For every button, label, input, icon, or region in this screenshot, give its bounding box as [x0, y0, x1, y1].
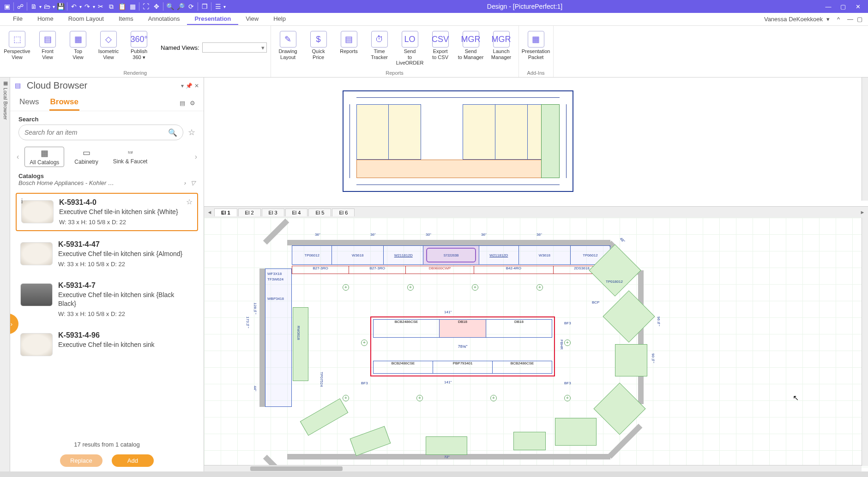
replace-button[interactable]: Replace	[60, 454, 102, 467]
add-marker-icon[interactable]: +	[564, 340, 571, 346]
scrollbar-horizontal[interactable]	[204, 465, 862, 471]
menu-item-view[interactable]: View	[238, 13, 266, 25]
tab-next-icon[interactable]: ►	[859, 209, 866, 215]
ribbon-icon: MGR	[463, 31, 479, 48]
ribbon-presentation-packet[interactable]: ▦PresentationPacket	[523, 29, 549, 66]
panel-dropdown-icon[interactable]: ▾	[181, 83, 184, 89]
add-marker-icon[interactable]: +	[472, 284, 478, 291]
ribbon-time-tracker[interactable]: ⏱TimeTracker	[366, 29, 393, 66]
search-icon[interactable]: 🔍	[168, 128, 177, 137]
ribbon-send-to-liveorder[interactable]: LOSendto LiveORDER	[397, 29, 423, 66]
add-marker-icon[interactable]: +	[490, 395, 497, 401]
add-marker-icon[interactable]: +	[564, 395, 571, 401]
settings-gear-icon[interactable]: ⚙	[190, 100, 195, 107]
ribbon-export-to-csv[interactable]: CSVExportto CSV	[427, 29, 454, 66]
extents-icon[interactable]: ⛶	[141, 1, 151, 12]
menu-item-help[interactable]: Help	[266, 13, 293, 25]
ribbon-quick-price[interactable]: $QuickPrice	[305, 29, 332, 66]
floorplan-viewport[interactable]: TP06012 W3618 W211812D S722263B W211812D…	[204, 218, 868, 471]
maximize-button[interactable]: ▢	[837, 2, 850, 11]
category-all-catalogs[interactable]: ▦All Catalogs	[24, 147, 64, 167]
named-views-dropdown[interactable]: ▾	[202, 42, 267, 53]
product-card[interactable]: K-5931-4-7Executive Chef tile-in kitchen…	[16, 277, 198, 322]
scrollbar-vertical[interactable]	[862, 218, 868, 466]
cloud-tab-browse[interactable]: Browse	[49, 95, 79, 111]
local-browser-tab[interactable]: ▦ Local Browser	[0, 78, 10, 471]
menu-item-presentation[interactable]: Presentation	[187, 13, 238, 25]
add-marker-icon[interactable]: +	[407, 284, 414, 291]
refresh-icon[interactable]: ⟳	[186, 1, 196, 12]
tab-prev-icon[interactable]: ◄	[206, 209, 213, 215]
filter-icon[interactable]: ▽	[191, 179, 195, 186]
list-view-icon[interactable]: ▤	[180, 100, 185, 107]
elevation-tab[interactable]: El 1	[214, 209, 237, 216]
zoom-out-icon[interactable]: 🔍	[165, 1, 175, 12]
ribbon-publish-360-[interactable]: 360°Publish360 ▾	[126, 29, 152, 66]
user-dropdown-icon[interactable]: ▾	[826, 16, 830, 23]
mdi-restore-icon[interactable]: ▢	[857, 16, 862, 23]
category-cabinetry[interactable]: ▭Cabinetry	[70, 147, 102, 167]
menu-item-home[interactable]: Home	[30, 13, 61, 25]
paste-icon[interactable]: 📋	[117, 1, 127, 12]
elevation-tab[interactable]: El 3	[262, 209, 284, 216]
menu-item-items[interactable]: Items	[111, 13, 141, 25]
menu-item-file[interactable]: File	[6, 13, 30, 25]
save-icon[interactable]: 💾	[55, 1, 66, 12]
elevation-tab[interactable]: El 5	[308, 209, 331, 216]
layers-icon[interactable]: ☰	[213, 1, 223, 12]
zoom-in-icon[interactable]: 🔎	[175, 1, 186, 12]
category-prev-icon[interactable]: ‹	[17, 153, 19, 161]
ribbon-send-to-manager[interactable]: MGRSendto Manager	[458, 29, 484, 66]
panel-close-icon[interactable]: ✕	[194, 83, 199, 89]
elevation-tab[interactable]: El 4	[285, 209, 308, 216]
ribbon-collapse-icon[interactable]: ^	[837, 16, 840, 23]
elevation-viewport[interactable]	[204, 78, 868, 207]
select-icon[interactable]: ▦	[127, 1, 138, 12]
add-button[interactable]: Add	[112, 454, 154, 467]
box-icon[interactable]: ❒	[199, 1, 210, 12]
search-input[interactable]	[24, 129, 168, 136]
pan-icon[interactable]: ✥	[151, 1, 162, 12]
pin-icon[interactable]: 📌	[186, 83, 193, 89]
scrollbar-vertical[interactable]	[862, 78, 868, 201]
catalogs-more-icon[interactable]: ›	[184, 179, 186, 186]
ribbon-launch-manager[interactable]: MGRLaunchManager	[488, 29, 515, 66]
minimize-button[interactable]: ―	[822, 2, 835, 11]
menu-item-annotations[interactable]: Annotations	[141, 13, 187, 25]
category-next-icon[interactable]: ›	[195, 153, 197, 161]
copy-icon[interactable]: ⧉	[106, 1, 116, 12]
open-icon[interactable]: 🗁	[42, 1, 52, 12]
user-name[interactable]: Vanessa DeKoekkoek	[764, 16, 823, 23]
elevation-tab[interactable]: El 2	[238, 209, 261, 216]
category-sink-faucet[interactable]: ⎃Sink & Faucet	[108, 147, 152, 167]
ribbon-front-view[interactable]: ▤FrontView	[34, 29, 61, 66]
ribbon-isometric-view[interactable]: ◇IsometricView	[95, 29, 122, 66]
people-icon[interactable]: ☍	[15, 1, 25, 12]
product-card[interactable]: i☆K-5931-4-0Executive Chef tile-in kitch…	[16, 193, 198, 231]
close-button[interactable]: ✕	[851, 2, 864, 11]
add-marker-icon[interactable]: +	[343, 284, 349, 291]
product-card[interactable]: K-5931-4-96Executive Chef tile-in kitche…	[16, 327, 198, 361]
app-icon[interactable]: ▣	[2, 1, 12, 12]
new-icon[interactable]: 🗎	[29, 1, 39, 12]
redo-icon[interactable]: ↷	[82, 1, 92, 12]
favorite-star-icon[interactable]: ☆	[186, 197, 193, 206]
mdi-minimize-icon[interactable]: ―	[847, 16, 853, 23]
undo-icon[interactable]: ↶	[69, 1, 79, 12]
ribbon-reports[interactable]: ▤Reports	[336, 29, 362, 66]
favorites-star-icon[interactable]: ☆	[188, 127, 195, 137]
cloud-tab-news[interactable]: News	[18, 95, 40, 111]
add-marker-icon[interactable]: +	[536, 284, 543, 291]
add-marker-icon[interactable]: +	[361, 340, 368, 346]
dim-label: 78⅛"	[458, 344, 468, 349]
menu-item-room-layout[interactable]: Room Layout	[61, 13, 111, 25]
cut-icon[interactable]: ✂	[96, 1, 106, 12]
info-icon[interactable]: i	[21, 197, 23, 205]
ribbon-perspective-view[interactable]: ⬚PerspectiveView	[4, 29, 30, 66]
elevation-tab[interactable]: El 6	[332, 209, 355, 216]
ribbon-drawing-layout[interactable]: ✎DrawingLayout	[275, 29, 301, 66]
add-marker-icon[interactable]: +	[416, 395, 423, 401]
add-marker-icon[interactable]: +	[343, 395, 349, 401]
ribbon-top-view[interactable]: ▦TopView	[65, 29, 91, 66]
product-card[interactable]: K-5931-4-47Executive Chef tile-in kitche…	[16, 236, 198, 272]
